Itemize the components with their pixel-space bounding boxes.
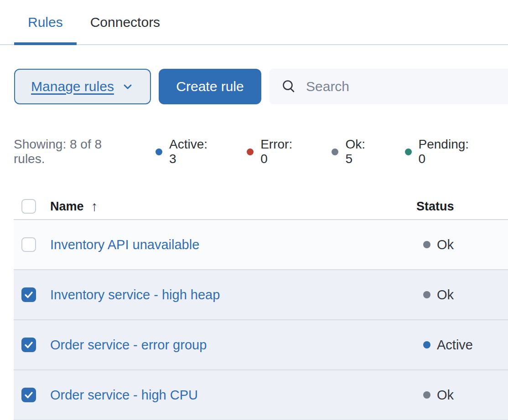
rule-name-link[interactable]: Inventory service - high heap <box>50 287 220 302</box>
search-input[interactable] <box>306 79 508 94</box>
rule-status-dot <box>423 291 430 298</box>
rule-name-link[interactable]: Order service - high CPU <box>50 388 198 403</box>
sort-ascending-icon[interactable]: ↑ <box>91 200 98 213</box>
select-all-checkbox[interactable] <box>21 199 36 214</box>
rule-name-link[interactable]: Order service - error group <box>50 338 207 353</box>
status-stat: Error: 0 <box>247 137 302 166</box>
rule-status-label: Ok <box>437 287 454 302</box>
rules-table-body: Inventory API unavailable Ok Inventory s… <box>14 220 508 420</box>
search-icon <box>281 79 297 94</box>
table-row: Order service - error group Active <box>14 320 508 370</box>
rule-status-dot <box>423 391 430 399</box>
status-stat: Active: 3 <box>156 137 218 166</box>
tab-label: Rules <box>28 15 63 30</box>
row-checkbox[interactable] <box>21 338 36 352</box>
status-stat: Ok: 5 <box>332 137 375 166</box>
showing-count-text: Showing: 8 of 8 rules. <box>14 137 135 166</box>
manage-rules-label: Manage rules <box>31 79 114 94</box>
status-dot <box>247 149 254 155</box>
search-box[interactable] <box>270 69 508 104</box>
status-dot <box>332 149 338 155</box>
create-rule-button[interactable]: Create rule <box>159 69 261 104</box>
manage-rules-button[interactable]: Manage rules <box>14 69 151 104</box>
tab-label: Connectors <box>90 15 160 30</box>
rules-table: Name ↑ Status Inventory API unavailable … <box>14 194 508 420</box>
status-stat: Pending: 0 <box>405 137 479 166</box>
status-stat-label: Pending: 0 <box>419 137 479 166</box>
rules-page: Rules Connectors Manage rules Create rul… <box>0 0 508 420</box>
tab-rules[interactable]: Rules <box>14 0 77 44</box>
table-row: Inventory service - high heap Ok <box>14 270 508 320</box>
status-dot <box>405 149 412 155</box>
table-row: Inventory API unavailable Ok <box>14 220 508 270</box>
row-checkbox[interactable] <box>21 388 36 402</box>
row-checkbox[interactable] <box>21 237 36 252</box>
rule-status-dot <box>423 241 430 248</box>
summary-bar: Showing: 8 of 8 rules. Active: 3 Error: … <box>14 137 508 166</box>
tabs: Rules Connectors <box>0 0 508 45</box>
create-rule-label: Create rule <box>176 79 244 94</box>
table-row: Order service - high CPU Ok <box>14 370 508 420</box>
chevron-down-icon <box>121 80 134 93</box>
toolbar: Manage rules Create rule <box>14 69 508 104</box>
rule-status-dot <box>423 341 430 348</box>
status-stat-label: Error: 0 <box>260 137 302 166</box>
status-dot <box>156 149 162 155</box>
rule-status-label: Ok <box>437 237 454 252</box>
rule-name-link[interactable]: Inventory API unavailable <box>50 237 199 252</box>
row-checkbox[interactable] <box>21 287 36 302</box>
column-header-status: Status <box>416 200 454 214</box>
rule-status-label: Active <box>437 338 473 353</box>
status-stat-label: Active: 3 <box>169 137 218 166</box>
status-stat-label: Ok: 5 <box>345 137 375 166</box>
rule-status-label: Ok <box>437 388 454 403</box>
table-header-row: Name ↑ Status <box>14 194 508 220</box>
column-header-name[interactable]: Name <box>50 200 84 214</box>
tab-connectors[interactable]: Connectors <box>77 0 174 44</box>
